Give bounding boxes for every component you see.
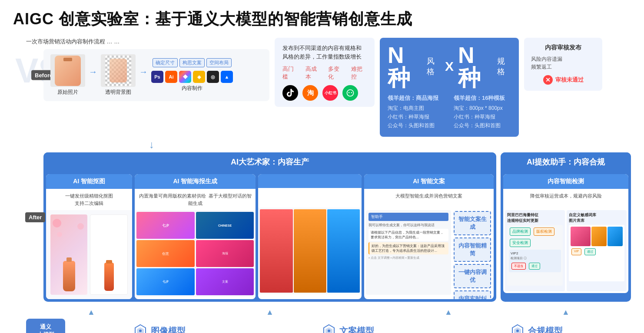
- ai-compliance-header: AI提效助手：内容合规: [501, 152, 631, 171]
- ai-col-copy: AI 智能文案 大模型智能生成并润色营销文案 智助手 我可以帮你生成文案，你可以…: [364, 174, 494, 299]
- compliance-left: 阿里巴巴海量特征连规特征实时更新 品牌检测 版权检测 安全检测 VIP2: [505, 210, 565, 291]
- flow-arrow-2: →: [139, 67, 148, 84]
- model-image-label: 图像模型: [151, 325, 186, 333]
- compliance-col-desc: 降低审核运营成本，规避内容风险: [503, 189, 628, 208]
- n-x: X: [445, 59, 454, 74]
- after-badge: After: [25, 212, 45, 222]
- n-big-2: N种: [458, 44, 493, 89]
- tag-hard-control: 难把控: [351, 65, 367, 81]
- ai-poster-dialog-content: [258, 208, 362, 294]
- compliance-col-header: 内容智能检测: [503, 174, 628, 189]
- ai-cutout-content: [46, 210, 132, 299]
- model-copy-label: 文案模型: [339, 325, 374, 333]
- main-title: AIGC 创意实验室：基于通义大模型的智能营销创意生成: [13, 9, 631, 30]
- tongyi-icon-3: [511, 324, 524, 333]
- fail-text: 审核未通过: [555, 76, 584, 84]
- tongyi-icon-2: [322, 324, 336, 333]
- ai-cutout-header: AI 智能抠图: [46, 174, 132, 189]
- step3-label: 内容制作: [182, 85, 202, 92]
- audit-box: 内容审核发布 风险内容遗漏频繁返工 ✕ 审核未通过: [524, 38, 602, 91]
- arrow-down-1: ↓: [149, 139, 154, 150]
- n-sub-2: 规格: [497, 56, 511, 77]
- n-col1-item2: 小红书：种草海报: [388, 113, 445, 121]
- badge-size: 确定尺寸: [153, 58, 178, 67]
- platform-wechat: [342, 85, 358, 101]
- n-col2-item1: 淘宝：800px * 800px: [454, 105, 511, 112]
- n-sub-1: 风格: [427, 56, 441, 77]
- svg-point-2: [139, 330, 142, 332]
- ai-col-cutout: AI 智能抠图 一键发丝级精细化抠图支持二次编辑: [46, 174, 132, 299]
- ai-poster-content: 七夕 CHINESE 创意 海报 七夕 文案: [135, 210, 256, 297]
- n-col2-item2: 小红书：种草海报: [454, 113, 511, 121]
- flow-arrow-1: →: [89, 67, 97, 84]
- fail-icon: ✕: [543, 75, 553, 85]
- feature-simplify: 内容智能精简: [454, 237, 491, 262]
- flow-step-content: 确定尺寸 构思文案 空间布局 Ps Ai ❖ ◈ ◎ ▲ 内容制作: [151, 58, 233, 92]
- tool-ai: Ai: [165, 71, 177, 83]
- n-big-1: N种: [388, 44, 422, 89]
- platform-douyin: [282, 85, 298, 101]
- tag-varied: 多变化: [328, 65, 344, 81]
- ai-poster-desc: 内置海量可商用版权的素材供给 基于大模型对话的智能生成: [135, 189, 256, 210]
- tongyi-label: 通义 大模型: [32, 323, 59, 333]
- tool-figma: ❖: [179, 71, 191, 83]
- ai-poster-dialog-desc: [258, 188, 362, 208]
- ai-poster-header: AI 智能海报生成: [135, 174, 256, 189]
- model-compliance: 合规模型: [442, 324, 631, 333]
- tag-high-bar: 高门槛: [282, 65, 299, 81]
- tool-ps: Ps: [151, 71, 163, 83]
- n-col1-title: 领羊超信：商品海报: [388, 94, 445, 102]
- flow-step-original: 原始照片: [50, 54, 85, 96]
- arrow-up-2: ▲: [266, 308, 274, 317]
- platform-taobao: 淘: [302, 85, 318, 101]
- model-image: 图像模型: [65, 324, 254, 333]
- tongyi-icon-1: [133, 324, 147, 333]
- n-col2-item3: 公众号：头图和首图: [454, 122, 511, 129]
- model-compliance-label: 合规模型: [528, 325, 563, 333]
- ai-artist-box: AI大艺术家：内容生产 AI 智能抠图 一键发丝级精细化抠图支持二次编辑: [43, 152, 496, 302]
- svg-point-5: [328, 330, 330, 332]
- models-row: 通义 大模型 图像模型 文案模型: [26, 319, 631, 333]
- n-kinds-box: N种 风格 X N种 规格 领羊超信：商品海报 淘宝：电商主图 小红书：种草海报…: [380, 38, 519, 137]
- audit-title: 内容审核发布: [531, 44, 595, 52]
- arrow-up-1: ▲: [87, 308, 95, 317]
- badge-layout: 空间布局: [206, 58, 232, 67]
- ai-col-poster: AI 智能海报生成 内置海量可商用版权的素材供给 基于大模型对话的智能生成 七夕…: [135, 174, 256, 299]
- platform-xiaohongshu: 小红书: [322, 85, 338, 101]
- feature-correct: 内容实时纠错: [454, 290, 491, 299]
- ai-col-poster-dialog: [258, 174, 362, 299]
- n-col1-item1: 淘宝：电商主图: [388, 105, 445, 112]
- compliance-right: 自定义敏感词库图片库库 VIP 通过: [567, 210, 627, 291]
- step2-label: 透明背景图: [105, 89, 131, 96]
- chat-mockup: 智助手 我可以帮你生成文案，你可以这样与我说话 请根据以下产品信息，为我生成一段…: [366, 210, 451, 295]
- ai-copy-desc: 大模型智能生成并润色营销文案: [364, 189, 494, 208]
- tongyi-box: 通义 大模型: [26, 319, 65, 333]
- tool-sketch: ◈: [193, 71, 205, 83]
- step1-label: 原始照片: [57, 89, 78, 96]
- feature-ai-copy: 智能文案生成: [454, 211, 491, 235]
- n-col2-title: 领羊超信：16种模板: [454, 94, 511, 102]
- audit-desc: 风险内容遗漏频繁返工: [531, 55, 595, 71]
- arrow-up-4: ▲: [562, 308, 570, 317]
- ai-artist-header: AI大艺术家：内容生产: [43, 152, 496, 171]
- ai-poster-dialog-header: [258, 174, 362, 188]
- tool-other1: ◎: [207, 71, 219, 83]
- n-col1-item3: 公众号：头图和首图: [388, 122, 445, 129]
- middle-desc: 发布到不同渠道的内容有规格和风格的差异，工作量指数级增长: [282, 44, 367, 61]
- ai-cutout-desc: 一键发丝级精细化抠图支持二次编辑: [46, 189, 132, 210]
- model-copy: 文案模型: [254, 324, 442, 333]
- tool-other2: ▲: [221, 71, 233, 83]
- compliance-col: 内容智能检测 降低审核运营成本，规避内容风险 阿里巴巴海量特征连规特征实时更新 …: [503, 174, 628, 293]
- badge-copy: 构思文案: [179, 58, 205, 67]
- before-label: 一次市场营销活动内容制作流程 … …: [26, 38, 269, 46]
- ai-copy-header: AI 智能文案: [364, 174, 494, 189]
- ai-compliance-box: AI提效助手：内容合规 内容智能检测 降低审核运营成本，规避内容风险 阿里巴巴海…: [501, 152, 631, 302]
- feature-optimize: 一键内容调优: [454, 264, 491, 288]
- arrow-up-3: ▲: [445, 308, 452, 317]
- svg-point-8: [516, 330, 519, 332]
- tag-high-cost: 高成本: [305, 65, 322, 81]
- flow-step-transparent: 透明背景图: [101, 54, 136, 96]
